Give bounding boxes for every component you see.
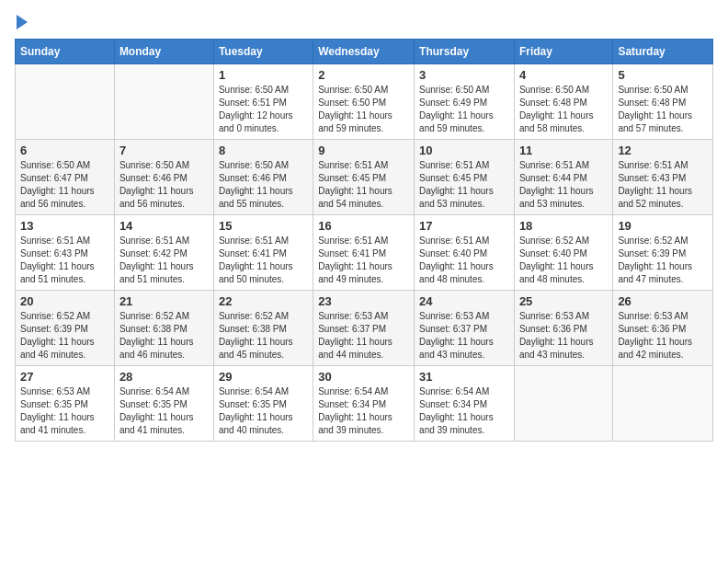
day-info: Sunrise: 6:53 AMSunset: 6:37 PMDaylight:… [318, 310, 409, 362]
day-number: 29 [219, 370, 308, 384]
day-info: Sunrise: 6:51 AMSunset: 6:44 PMDaylight:… [519, 159, 608, 211]
day-info: Sunrise: 6:50 AMSunset: 6:46 PMDaylight:… [119, 159, 209, 211]
day-info: Sunrise: 6:50 AMSunset: 6:50 PMDaylight:… [318, 84, 409, 135]
calendar-cell: 26Sunrise: 6:53 AMSunset: 6:36 PMDayligh… [613, 291, 713, 366]
weekday-header-monday: Monday [114, 40, 213, 64]
day-number: 21 [119, 294, 209, 308]
day-info: Sunrise: 6:54 AMSunset: 6:34 PMDaylight:… [318, 385, 409, 437]
day-info: Sunrise: 6:51 AMSunset: 6:41 PMDaylight:… [219, 235, 308, 286]
day-info: Sunrise: 6:51 AMSunset: 6:41 PMDaylight:… [318, 235, 409, 286]
day-number: 6 [20, 144, 109, 157]
day-number: 27 [20, 370, 109, 384]
day-info: Sunrise: 6:50 AMSunset: 6:47 PMDaylight:… [20, 159, 109, 211]
day-number: 19 [618, 219, 708, 233]
calendar-cell: 19Sunrise: 6:52 AMSunset: 6:39 PMDayligh… [613, 215, 713, 291]
calendar-cell: 23Sunrise: 6:53 AMSunset: 6:37 PMDayligh… [313, 291, 415, 366]
day-info: Sunrise: 6:50 AMSunset: 6:48 PMDaylight:… [519, 84, 608, 135]
calendar-cell: 12Sunrise: 6:51 AMSunset: 6:43 PMDayligh… [613, 140, 713, 215]
day-number: 12 [618, 144, 708, 157]
day-number: 2 [318, 68, 409, 82]
day-number: 22 [219, 294, 308, 308]
calendar-cell: 13Sunrise: 6:51 AMSunset: 6:43 PMDayligh… [16, 215, 115, 291]
calendar-cell: 17Sunrise: 6:51 AMSunset: 6:40 PMDayligh… [415, 215, 515, 291]
day-number: 26 [618, 294, 708, 308]
day-number: 17 [419, 219, 509, 233]
day-number: 8 [219, 144, 308, 157]
day-number: 18 [519, 219, 608, 233]
day-info: Sunrise: 6:51 AMSunset: 6:43 PMDaylight:… [618, 159, 708, 211]
day-number: 11 [519, 144, 608, 157]
calendar-cell: 11Sunrise: 6:51 AMSunset: 6:44 PMDayligh… [514, 140, 612, 215]
calendar-cell: 1Sunrise: 6:50 AMSunset: 6:51 PMDaylight… [213, 64, 313, 140]
day-info: Sunrise: 6:52 AMSunset: 6:38 PMDaylight:… [119, 310, 209, 362]
calendar-cell: 20Sunrise: 6:52 AMSunset: 6:39 PMDayligh… [16, 291, 115, 366]
day-number: 25 [519, 294, 608, 308]
weekday-header-tuesday: Tuesday [213, 40, 313, 64]
calendar-cell: 9Sunrise: 6:51 AMSunset: 6:45 PMDaylight… [313, 140, 415, 215]
calendar-cell [16, 64, 115, 140]
calendar-cell: 7Sunrise: 6:50 AMSunset: 6:46 PMDaylight… [114, 140, 213, 215]
day-info: Sunrise: 6:52 AMSunset: 6:39 PMDaylight:… [20, 310, 109, 362]
logo [15, 15, 28, 29]
day-number: 23 [318, 294, 409, 308]
calendar-table: SundayMondayTuesdayWednesdayThursdayFrid… [15, 39, 713, 442]
day-info: Sunrise: 6:54 AMSunset: 6:35 PMDaylight:… [219, 385, 308, 437]
calendar-cell: 22Sunrise: 6:52 AMSunset: 6:38 PMDayligh… [213, 291, 313, 366]
header [15, 15, 713, 29]
day-number: 7 [119, 144, 209, 157]
day-info: Sunrise: 6:51 AMSunset: 6:45 PMDaylight:… [419, 159, 509, 211]
day-number: 5 [618, 68, 708, 82]
weekday-header-saturday: Saturday [613, 40, 713, 64]
day-info: Sunrise: 6:53 AMSunset: 6:35 PMDaylight:… [20, 385, 109, 437]
calendar-cell: 4Sunrise: 6:50 AMSunset: 6:48 PMDaylight… [514, 64, 612, 140]
day-number: 15 [219, 219, 308, 233]
weekday-header-wednesday: Wednesday [313, 40, 415, 64]
day-number: 28 [119, 370, 209, 384]
calendar-cell: 16Sunrise: 6:51 AMSunset: 6:41 PMDayligh… [313, 215, 415, 291]
calendar-cell: 15Sunrise: 6:51 AMSunset: 6:41 PMDayligh… [213, 215, 313, 291]
day-number: 30 [318, 370, 409, 384]
calendar-cell [114, 64, 213, 140]
calendar-cell: 2Sunrise: 6:50 AMSunset: 6:50 PMDaylight… [313, 64, 415, 140]
day-info: Sunrise: 6:51 AMSunset: 6:40 PMDaylight:… [419, 235, 509, 286]
weekday-header-thursday: Thursday [415, 40, 515, 64]
calendar-cell: 27Sunrise: 6:53 AMSunset: 6:35 PMDayligh… [16, 366, 115, 442]
weekday-header-sunday: Sunday [16, 40, 115, 64]
calendar-cell: 29Sunrise: 6:54 AMSunset: 6:35 PMDayligh… [213, 366, 313, 442]
calendar-cell [514, 366, 612, 442]
day-info: Sunrise: 6:53 AMSunset: 6:36 PMDaylight:… [618, 310, 708, 362]
day-info: Sunrise: 6:53 AMSunset: 6:36 PMDaylight:… [519, 310, 608, 362]
day-number: 10 [419, 144, 509, 157]
day-info: Sunrise: 6:50 AMSunset: 6:46 PMDaylight:… [219, 159, 308, 211]
calendar-cell: 14Sunrise: 6:51 AMSunset: 6:42 PMDayligh… [114, 215, 213, 291]
calendar-cell: 6Sunrise: 6:50 AMSunset: 6:47 PMDaylight… [16, 140, 115, 215]
day-number: 14 [119, 219, 209, 233]
day-info: Sunrise: 6:54 AMSunset: 6:34 PMDaylight:… [419, 385, 509, 437]
calendar-cell: 21Sunrise: 6:52 AMSunset: 6:38 PMDayligh… [114, 291, 213, 366]
calendar-cell: 28Sunrise: 6:54 AMSunset: 6:35 PMDayligh… [114, 366, 213, 442]
day-info: Sunrise: 6:51 AMSunset: 6:43 PMDaylight:… [20, 235, 109, 286]
calendar-cell: 18Sunrise: 6:52 AMSunset: 6:40 PMDayligh… [514, 215, 612, 291]
calendar-cell: 8Sunrise: 6:50 AMSunset: 6:46 PMDaylight… [213, 140, 313, 215]
day-info: Sunrise: 6:50 AMSunset: 6:51 PMDaylight:… [219, 84, 308, 135]
calendar-cell [613, 366, 713, 442]
day-number: 24 [419, 294, 509, 308]
logo-arrow-icon [17, 15, 28, 29]
calendar-cell: 24Sunrise: 6:53 AMSunset: 6:37 PMDayligh… [415, 291, 515, 366]
calendar-cell: 3Sunrise: 6:50 AMSunset: 6:49 PMDaylight… [415, 64, 515, 140]
day-info: Sunrise: 6:50 AMSunset: 6:49 PMDaylight:… [419, 84, 509, 135]
day-info: Sunrise: 6:50 AMSunset: 6:48 PMDaylight:… [618, 84, 708, 135]
calendar-cell: 5Sunrise: 6:50 AMSunset: 6:48 PMDaylight… [613, 64, 713, 140]
calendar-cell: 31Sunrise: 6:54 AMSunset: 6:34 PMDayligh… [415, 366, 515, 442]
day-number: 16 [318, 219, 409, 233]
calendar-cell: 25Sunrise: 6:53 AMSunset: 6:36 PMDayligh… [514, 291, 612, 366]
day-number: 31 [419, 370, 509, 384]
day-number: 20 [20, 294, 109, 308]
weekday-header-friday: Friday [514, 40, 612, 64]
day-info: Sunrise: 6:51 AMSunset: 6:45 PMDaylight:… [318, 159, 409, 211]
calendar-cell: 10Sunrise: 6:51 AMSunset: 6:45 PMDayligh… [415, 140, 515, 215]
day-info: Sunrise: 6:51 AMSunset: 6:42 PMDaylight:… [119, 235, 209, 286]
day-number: 1 [219, 68, 308, 82]
day-info: Sunrise: 6:52 AMSunset: 6:38 PMDaylight:… [219, 310, 308, 362]
day-info: Sunrise: 6:54 AMSunset: 6:35 PMDaylight:… [119, 385, 209, 437]
